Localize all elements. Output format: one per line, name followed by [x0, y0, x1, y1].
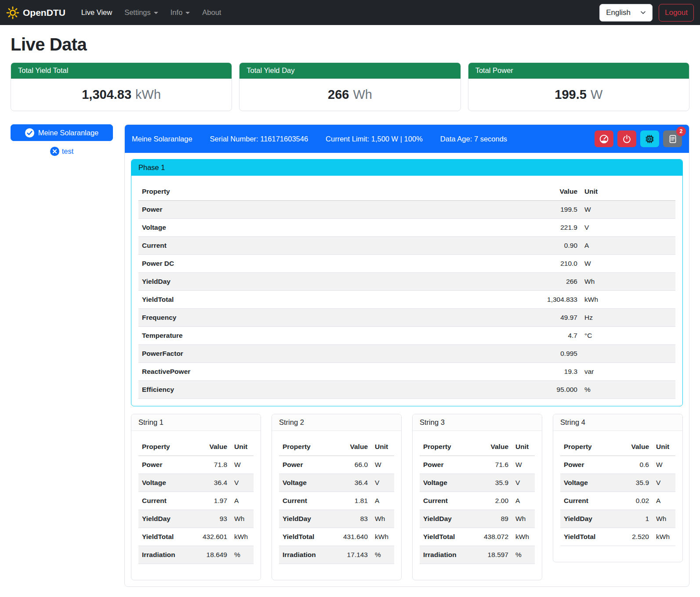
unit-cell: Wh [371, 510, 394, 528]
sidebar-item-test[interactable]: test [11, 147, 113, 156]
column-header-unit: Unit [653, 438, 675, 456]
property-cell: Irradiation [420, 546, 474, 564]
sidebar-inverter-button[interactable]: Meine Solaranlage [11, 124, 113, 141]
language-value: English [606, 8, 631, 17]
table-row: Power199.5W [138, 201, 675, 219]
unit-cell: W [581, 255, 675, 273]
inverter-data-age: Data Age: 7 seconds [440, 135, 507, 143]
nav-item-about[interactable]: About [196, 5, 227, 20]
table-row: Current0.02A [560, 492, 675, 510]
power-button[interactable] [617, 130, 636, 147]
value-cell: 19.3 [524, 363, 581, 381]
value-cell: 1,304.833 [524, 291, 581, 309]
value-cell: 17.143 [334, 546, 371, 564]
value-cell: 18.597 [474, 546, 512, 564]
string-3-card: String 3 Property Value Unit [412, 414, 542, 580]
property-cell: Voltage [279, 474, 334, 492]
speedometer-icon [599, 134, 609, 144]
property-cell: Power [420, 456, 474, 474]
card-unit: W [591, 87, 602, 102]
table-row: Voltage35.9V [420, 474, 535, 492]
card-value: 1,304.83 [82, 87, 131, 102]
unit-cell: Wh [512, 510, 535, 528]
inverter-name[interactable]: Meine Solaranlage [132, 135, 192, 143]
device-info-button[interactable] [640, 130, 659, 147]
property-cell: Voltage [138, 474, 193, 492]
nav-item-live-view[interactable]: Live View [75, 5, 118, 20]
column-header-value: Value [334, 438, 371, 456]
value-cell: 0.995 [524, 345, 581, 363]
value-cell: 221.9 [524, 219, 581, 237]
phase-table: Property Value Unit Power199.5WVoltage22… [138, 183, 675, 399]
limit-settings-button[interactable] [595, 130, 613, 147]
navbar: OpenDTU Live View Settings Info About En… [0, 0, 700, 25]
value-cell: 431.640 [334, 528, 371, 546]
property-cell: YieldTotal [560, 528, 615, 546]
card-title: Total Power [468, 63, 689, 79]
string-4-table: Property Value Unit Power0.6WVoltage35.9… [560, 438, 675, 546]
nav-item-settings[interactable]: Settings [118, 5, 164, 20]
unit-cell: W [581, 201, 675, 219]
total-yield-total-card: Total Yield Total 1,304.83 kWh [11, 62, 232, 111]
column-header-unit: Unit [512, 438, 535, 456]
table-row: YieldDay1Wh [560, 510, 675, 528]
language-select[interactable]: English [599, 4, 653, 22]
nav-item-label: Live View [81, 8, 112, 17]
table-row: ReactivePower19.3var [138, 363, 675, 381]
property-cell: Current [138, 237, 524, 255]
property-cell: YieldDay [138, 510, 193, 528]
property-cell: Current [279, 492, 334, 510]
table-header-row: Property Value Unit [138, 438, 254, 456]
value-cell: 36.4 [334, 474, 371, 492]
column-header-property: Property [560, 438, 615, 456]
property-cell: Voltage [138, 219, 524, 237]
unit-cell: % [512, 546, 535, 564]
card-unit: Wh [353, 87, 372, 102]
unit-cell: W [512, 456, 535, 474]
value-cell: 0.02 [615, 492, 653, 510]
unit-cell: Hz [581, 309, 675, 327]
value-cell: 1.81 [334, 492, 371, 510]
table-row: Power71.8W [138, 456, 254, 474]
table-row: Power71.6W [420, 456, 535, 474]
unit-cell: W [371, 456, 394, 474]
string-card-title: String 4 [553, 414, 682, 431]
sun-icon [6, 6, 19, 19]
unit-cell: °C [581, 327, 675, 345]
summary-cards: Total Yield Total 1,304.83 kWh Total Yie… [11, 62, 689, 111]
property-cell: Current [560, 492, 615, 510]
logout-button[interactable]: Logout [659, 4, 694, 22]
phase-card-title: Phase 1 [131, 159, 682, 176]
column-header-unit: Unit [231, 438, 254, 456]
brand-logo[interactable]: OpenDTU [6, 6, 65, 19]
caret-down-icon [185, 12, 190, 14]
property-cell: YieldTotal [420, 528, 474, 546]
page-title: Live Data [11, 35, 689, 54]
value-cell: 71.6 [474, 456, 512, 474]
table-row: Voltage35.9V [560, 474, 675, 492]
property-cell: Power [138, 456, 193, 474]
table-row: YieldDay89Wh [420, 510, 535, 528]
table-row: Current1.97A [138, 492, 254, 510]
value-cell: 18.649 [193, 546, 231, 564]
unit-cell: var [581, 363, 675, 381]
table-header-row: Property Value Unit [420, 438, 535, 456]
table-row: Irradiation18.597% [420, 546, 535, 564]
unit-cell: Wh [581, 273, 675, 291]
unit-cell: V [512, 474, 535, 492]
nav-item-info[interactable]: Info [164, 5, 196, 20]
value-cell: 4.7 [524, 327, 581, 345]
sidebar-inverter-label: Meine Solaranlage [38, 129, 99, 137]
phase-card: Phase 1 Property Value Unit Power199.5WV… [131, 159, 683, 406]
table-row: Efficiency95.000% [138, 381, 675, 399]
value-cell: 49.97 [524, 309, 581, 327]
event-log-button[interactable]: 2 [663, 130, 682, 147]
property-cell: YieldTotal [138, 528, 193, 546]
column-header-value: Value [193, 438, 231, 456]
check-circle-icon [25, 128, 34, 137]
value-cell: 2.00 [474, 492, 512, 510]
value-cell: 210.0 [524, 255, 581, 273]
string-card-title: String 1 [131, 414, 261, 431]
card-value: 266 [328, 87, 349, 102]
property-cell: YieldTotal [138, 291, 524, 309]
